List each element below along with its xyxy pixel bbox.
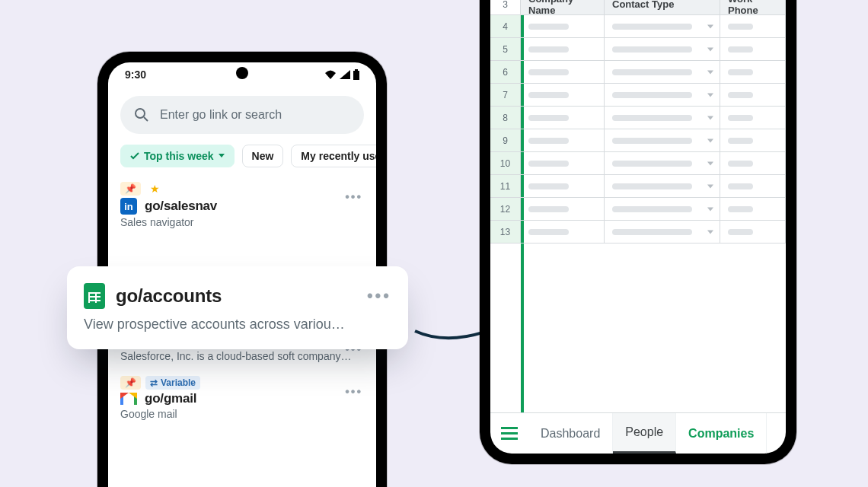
cell[interactable] <box>720 221 786 244</box>
item-subtitle: Sales navigator <box>120 216 364 228</box>
cell[interactable] <box>605 38 720 61</box>
cell[interactable] <box>720 107 786 129</box>
cell[interactable] <box>521 152 605 175</box>
cell[interactable] <box>720 175 786 198</box>
wifi-icon <box>324 70 337 79</box>
svg-point-2 <box>136 109 145 118</box>
highlight-subtitle: View prospective accounts across variou… <box>84 317 388 333</box>
cell[interactable] <box>605 15 720 38</box>
chevron-down-icon <box>707 116 713 119</box>
hamburger-icon[interactable] <box>490 413 528 454</box>
sheet-row: 7 <box>490 84 786 107</box>
filter-chips: Top this week New My recently used <box>108 145 376 175</box>
row-number: 10 <box>490 152 521 175</box>
chevron-down-icon <box>707 138 713 142</box>
chevron-down-icon <box>219 154 225 158</box>
sheet-row: 12 <box>490 198 786 221</box>
svg-rect-0 <box>353 71 359 80</box>
cell[interactable] <box>720 152 786 175</box>
chip-top-this-week[interactable]: Top this week <box>120 145 235 167</box>
cell[interactable] <box>605 175 720 198</box>
chevron-down-icon <box>707 93 713 97</box>
cell[interactable] <box>605 84 720 107</box>
chip-new[interactable]: New <box>242 145 284 167</box>
search-input[interactable]: Enter go link or search <box>120 96 364 134</box>
phone-right-frame: 1 go/accounts 2 3 Company Name Contact T… <box>480 0 796 464</box>
col-header[interactable]: Work Phone <box>720 0 786 15</box>
chip-recent[interactable]: My recently used <box>291 145 376 167</box>
cell[interactable] <box>521 129 605 152</box>
svg-rect-1 <box>355 69 358 71</box>
chevron-down-icon <box>707 47 713 51</box>
more-icon[interactable]: ••• <box>345 385 362 399</box>
sheets-icon <box>84 283 105 309</box>
row-number: 9 <box>490 129 521 152</box>
highlight-card[interactable]: go/accounts View prospective accounts ac… <box>67 266 408 349</box>
pin-icon: 📌 <box>120 182 141 196</box>
sheet-row: 5 <box>490 38 786 61</box>
sheet-row: 9 <box>490 129 786 152</box>
star-icon: ★ <box>145 181 164 196</box>
battery-icon <box>353 69 359 80</box>
list-item[interactable]: 📌 ★ in go/salesnav Sales navigator ••• <box>120 178 364 239</box>
cell[interactable] <box>521 38 605 61</box>
cell[interactable] <box>521 198 605 221</box>
col-header[interactable]: Company Name <box>521 0 605 15</box>
tab-people[interactable]: People <box>613 413 676 454</box>
item-title: go/salesnav <box>145 199 217 214</box>
cell[interactable] <box>521 84 605 107</box>
chevron-down-icon <box>707 24 713 28</box>
cell[interactable] <box>605 129 720 152</box>
cell[interactable] <box>720 61 786 84</box>
status-icons <box>324 69 359 80</box>
sheet-row: 13 <box>490 221 786 244</box>
status-time: 9:30 <box>125 68 146 81</box>
more-icon[interactable]: ••• <box>345 190 362 204</box>
cell[interactable] <box>521 221 605 244</box>
tab-dashboard[interactable]: Dashboard <box>528 413 613 454</box>
camera-dot <box>236 67 248 79</box>
sheet-row: 11 <box>490 175 786 198</box>
list-item[interactable]: 📌 ⇄ Variable go/gmail Google mail ••• <box>120 373 364 431</box>
col-header[interactable]: Contact Type <box>605 0 720 15</box>
svg-line-3 <box>144 117 148 121</box>
variable-badge: ⇄ Variable <box>145 376 200 390</box>
row-number: 5 <box>490 38 521 61</box>
item-title: go/gmail <box>145 391 196 406</box>
cell[interactable] <box>521 61 605 84</box>
cell[interactable] <box>521 175 605 198</box>
chevron-down-icon <box>707 230 713 234</box>
cell[interactable] <box>720 129 786 152</box>
cell[interactable] <box>605 221 720 244</box>
chevron-down-icon <box>707 161 713 165</box>
cell[interactable] <box>521 15 605 38</box>
tab-companies[interactable]: Companies <box>676 413 767 454</box>
row-number: 13 <box>490 221 521 244</box>
cell[interactable] <box>720 38 786 61</box>
cell[interactable] <box>720 198 786 221</box>
cell[interactable] <box>720 15 786 38</box>
cell[interactable] <box>521 107 605 129</box>
pin-icon: 📌 <box>120 376 141 390</box>
sheet-data-rows: 45678910111213 <box>490 15 786 244</box>
row-number: 4 <box>490 15 521 38</box>
cell[interactable] <box>720 84 786 107</box>
row-number: 11 <box>490 175 521 198</box>
cell[interactable] <box>605 198 720 221</box>
cell[interactable] <box>605 61 720 84</box>
chevron-down-icon <box>707 184 713 188</box>
cell[interactable] <box>605 152 720 175</box>
linkedin-icon: in <box>120 198 137 215</box>
spreadsheet[interactable]: 1 go/accounts 2 3 Company Name Contact T… <box>490 0 786 412</box>
item-subtitle: Salesforce, Inc. is a cloud-based soft c… <box>120 350 364 362</box>
phone-right-screen: 1 go/accounts 2 3 Company Name Contact T… <box>490 0 786 454</box>
row-number: 7 <box>490 84 521 107</box>
row-number: 8 <box>490 107 521 129</box>
search-placeholder: Enter go link or search <box>160 108 282 122</box>
highlight-title: go/accounts <box>116 285 222 307</box>
sheet-header-row: 3 Company Name Contact Type Work Phone <box>490 0 786 15</box>
chevron-down-icon <box>707 207 713 211</box>
more-icon[interactable]: ••• <box>367 286 391 306</box>
signal-icon <box>340 70 350 79</box>
cell[interactable] <box>605 107 720 129</box>
